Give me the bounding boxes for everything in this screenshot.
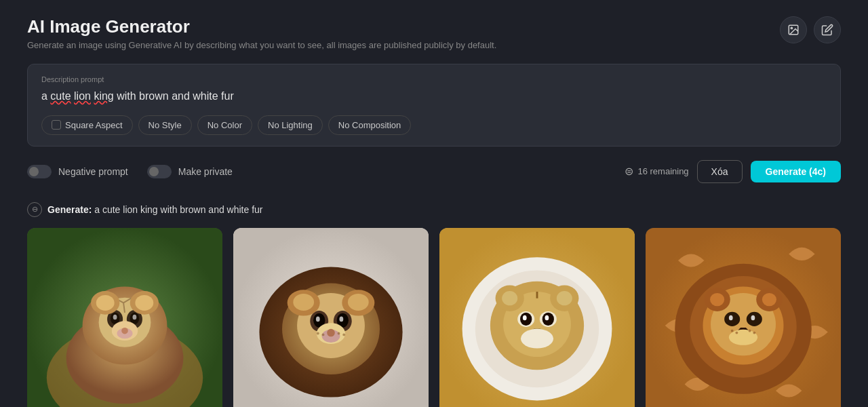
robot-icon: ⊖: [27, 202, 42, 217]
make-private-toggle[interactable]: [147, 165, 172, 178]
svg-point-73: [749, 329, 751, 332]
toggles-group: Negative prompt Make private: [27, 165, 233, 178]
svg-point-59: [502, 291, 517, 305]
image-card-2[interactable]: [233, 228, 429, 407]
negative-prompt-label: Negative prompt: [58, 166, 128, 177]
svg-point-43: [342, 333, 345, 336]
stack-icon: ⊜: [625, 165, 633, 178]
svg-point-22: [135, 294, 153, 310]
app-container: AI Image Generator Generate an image usi…: [0, 0, 868, 407]
svg-point-11: [113, 314, 117, 319]
generate-button[interactable]: Generate (4c): [751, 161, 841, 182]
svg-point-35: [327, 328, 335, 336]
prompt-label: Description prompt: [41, 75, 827, 83]
header: AI Image Generator Generate an image usi…: [27, 16, 841, 50]
edit-button[interactable]: [814, 16, 841, 43]
svg-point-54: [523, 315, 527, 320]
svg-point-15: [121, 327, 128, 334]
svg-point-12: [133, 314, 137, 319]
svg-point-42: [338, 332, 340, 334]
tag-no-color[interactable]: No Color: [197, 115, 252, 135]
header-actions: [780, 16, 841, 43]
make-private-label: Make private: [178, 166, 233, 177]
section-header: ⊖ Generate: a cute lion king with brown …: [27, 202, 841, 217]
svg-point-39: [348, 294, 369, 311]
svg-point-38: [293, 294, 314, 311]
svg-point-72: [735, 331, 738, 334]
svg-point-56: [521, 328, 553, 348]
generate-label: ⊖ Generate: a cute lion king with brown …: [27, 202, 841, 217]
svg-point-21: [96, 294, 115, 310]
remaining-count: 16 remaining: [637, 166, 688, 176]
svg-point-77: [710, 293, 724, 306]
svg-point-74: [753, 331, 755, 334]
svg-point-71: [731, 329, 734, 332]
prompt-text[interactable]: a cute lion king with brown and white fu…: [41, 89, 827, 104]
svg-point-1: [791, 27, 792, 28]
svg-point-60: [557, 291, 572, 305]
svg-point-41: [322, 333, 325, 336]
negative-prompt-toggle[interactable]: [27, 165, 52, 178]
page-subtitle: Generate an image using Generative AI by…: [27, 40, 496, 50]
svg-point-55: [545, 315, 549, 320]
generate-prefix: Generate:: [47, 204, 92, 215]
svg-point-32: [339, 316, 343, 322]
svg-point-69: [751, 315, 755, 320]
gallery-button[interactable]: [780, 16, 807, 43]
make-private-toggle-item: Make private: [147, 165, 233, 178]
svg-point-68: [729, 315, 733, 320]
svg-point-40: [317, 332, 319, 334]
prompt-box: Description prompt a cute lion king with…: [27, 64, 841, 146]
tag-no-composition[interactable]: No Composition: [328, 115, 412, 135]
svg-point-70: [729, 329, 757, 345]
svg-point-78: [762, 293, 776, 306]
tag-no-style[interactable]: No Style: [138, 115, 192, 135]
remaining-info: ⊜ 16 remaining: [625, 165, 688, 178]
tag-square-aspect[interactable]: Square Aspect: [41, 115, 133, 135]
page-title: AI Image Generator: [27, 16, 496, 37]
actions-group: ⊜ 16 remaining Xóa Generate (4c): [625, 160, 841, 183]
svg-point-31: [316, 316, 320, 322]
images-grid: [27, 228, 841, 407]
aspect-checkbox: [52, 120, 61, 130]
image-card-4[interactable]: [646, 228, 841, 407]
header-text: AI Image Generator Generate an image usi…: [27, 16, 496, 50]
image-card-1[interactable]: [27, 228, 222, 407]
tag-no-lighting[interactable]: No Lighting: [258, 115, 323, 135]
controls-row: Negative prompt Make private ⊜ 16 remain…: [27, 160, 841, 183]
image-card-3[interactable]: [439, 228, 635, 407]
result-prompt: a cute lion king with brown and white fu…: [94, 204, 262, 215]
negative-prompt-toggle-item: Negative prompt: [27, 165, 128, 178]
tags-row: Square Aspect No Style No Color No Light…: [41, 115, 827, 135]
delete-button[interactable]: Xóa: [697, 160, 743, 183]
